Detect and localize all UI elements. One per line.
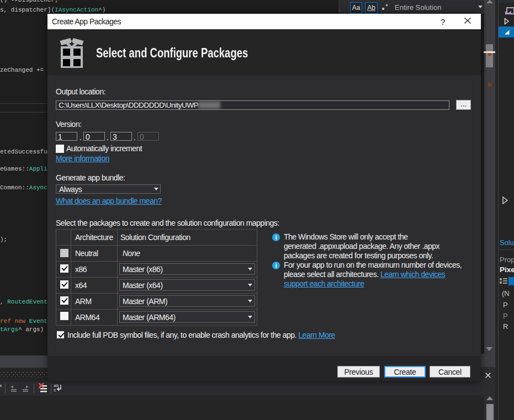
- svg-text:c: c: [54, 387, 56, 392]
